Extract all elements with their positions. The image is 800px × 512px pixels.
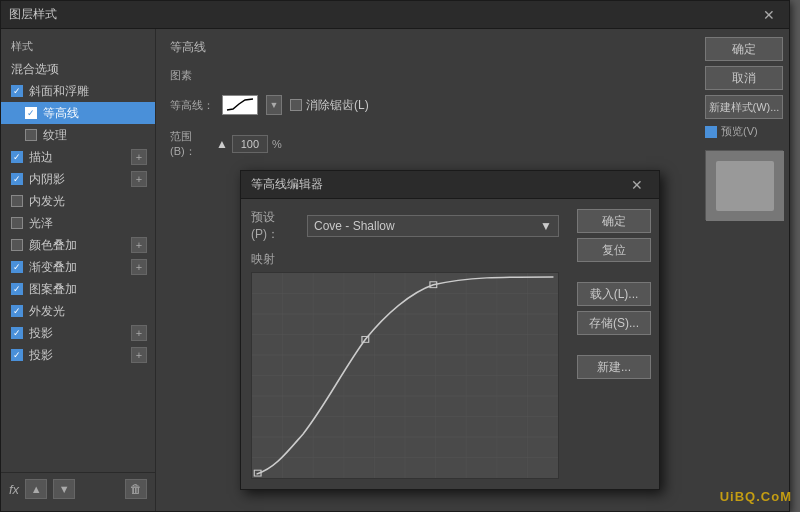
dropshadow1-label: 投影 — [29, 325, 131, 342]
stroke-add-icon[interactable]: + — [131, 149, 147, 165]
contour-dropdown-arrow[interactable]: ▼ — [266, 95, 282, 115]
styles-sidebar: 样式 混合选项 ✓ 斜面和浮雕 ✓ 等高线 纹理 ✓ 描边 — [1, 29, 156, 511]
innershadow-checkbox[interactable]: ✓ — [11, 173, 23, 185]
watermark: UiBQ.CoM — [720, 489, 792, 504]
editor-title: 等高线编辑器 — [251, 176, 323, 193]
editor-body: 预设(P)： Cove - Shallow ▼ 映射 — [241, 199, 659, 489]
sidebar-item-coloroverlay[interactable]: 颜色叠加 + — [1, 234, 155, 256]
antialias-label: 消除锯齿(L) — [306, 97, 369, 114]
preset-label: 预设(P)： — [251, 209, 301, 243]
antialias-checkbox-label[interactable]: 消除锯齿(L) — [290, 97, 369, 114]
sidebar-item-gradientoverlay[interactable]: ✓ 渐变叠加 + — [1, 256, 155, 278]
editor-spacer2 — [577, 340, 651, 350]
fx-label: fx — [9, 482, 19, 497]
contour-subsection: 图素 — [170, 68, 685, 83]
svg-rect-1 — [716, 161, 774, 211]
preview-checkbox[interactable] — [705, 126, 717, 138]
sidebar-item-dropshadow1[interactable]: ✓ 投影 + — [1, 322, 155, 344]
sidebar-item-contour[interactable]: ✓ 等高线 — [1, 102, 155, 124]
texture-label: 纹理 — [43, 127, 147, 144]
contour-checkbox[interactable]: ✓ — [25, 107, 37, 119]
stroke-label: 描边 — [29, 149, 131, 166]
contour-row: 等高线： ▼ 消除锯齿(L) — [170, 95, 685, 115]
editor-new-button[interactable]: 新建... — [577, 355, 651, 379]
innerglow-checkbox[interactable] — [11, 195, 23, 207]
contour-preview-icon — [225, 98, 255, 112]
preset-dropdown[interactable]: Cove - Shallow ▼ — [307, 215, 559, 237]
stroke-checkbox[interactable]: ✓ — [11, 151, 23, 163]
editor-reset-button[interactable]: 复位 — [577, 238, 651, 262]
texture-checkbox[interactable] — [25, 129, 37, 141]
preset-row: 预设(P)： Cove - Shallow ▼ — [251, 209, 559, 243]
editor-right-buttons: 确定 复位 载入(L)... 存储(S)... 新建... — [569, 199, 659, 489]
editor-load-button[interactable]: 载入(L)... — [577, 282, 651, 306]
cancel-button[interactable]: 取消 — [705, 66, 783, 90]
map-label: 映射 — [251, 251, 559, 268]
move-up-button[interactable]: ▲ — [25, 479, 47, 499]
antialias-checkbox[interactable] — [290, 99, 302, 111]
outerglow-checkbox[interactable]: ✓ — [11, 305, 23, 317]
main-close-button[interactable]: ✕ — [757, 5, 781, 25]
dropshadow1-checkbox[interactable]: ✓ — [11, 327, 23, 339]
contour-editor-dialog: 等高线编辑器 ✕ 预设(P)： Cove - Shallow ▼ 映射 — [240, 170, 660, 490]
patternoverlay-label: 图案叠加 — [29, 281, 147, 298]
sidebar-item-stroke[interactable]: ✓ 描边 + — [1, 146, 155, 168]
editor-spacer — [577, 267, 651, 277]
gradientoverlay-checkbox[interactable]: ✓ — [11, 261, 23, 273]
gradientoverlay-add-icon[interactable]: + — [131, 259, 147, 275]
sidebar-item-innerglow[interactable]: 内发光 — [1, 190, 155, 212]
contour-preview-button[interactable] — [222, 95, 258, 115]
innerglow-label: 内发光 — [29, 193, 147, 210]
preview-label: 预览(V) — [721, 124, 758, 139]
ok-button[interactable]: 确定 — [705, 37, 783, 61]
main-dialog-title: 图层样式 — [9, 6, 57, 23]
sidebar-item-blend[interactable]: 混合选项 — [1, 58, 155, 80]
range-row: 范围(B)： ▲ 100 % — [170, 129, 685, 159]
coloroverlay-checkbox[interactable] — [11, 239, 23, 251]
right-buttons-panel: 确定 取消 新建样式(W)... 预览(V) — [699, 29, 789, 511]
outerglow-label: 外发光 — [29, 303, 147, 320]
contour-label: 等高线 — [43, 105, 147, 122]
preset-dropdown-arrow: ▼ — [540, 219, 552, 233]
dropshadow2-label: 投影 — [29, 347, 131, 364]
satin-label: 光泽 — [29, 215, 147, 232]
preset-value: Cove - Shallow — [314, 219, 395, 233]
styles-section-title: 样式 — [1, 35, 155, 58]
delete-button[interactable]: 🗑 — [125, 479, 147, 499]
sidebar-item-dropshadow2[interactable]: ✓ 投影 + — [1, 344, 155, 366]
sidebar-item-outerglow[interactable]: ✓ 外发光 — [1, 300, 155, 322]
preview-thumbnail — [705, 150, 783, 220]
move-down-button[interactable]: ▼ — [53, 479, 75, 499]
sidebar-footer: fx ▲ ▼ 🗑 — [1, 472, 155, 505]
preview-checkbox-row[interactable]: 预览(V) — [705, 124, 783, 139]
coloroverlay-label: 颜色叠加 — [29, 237, 131, 254]
sidebar-item-patternoverlay[interactable]: ✓ 图案叠加 — [1, 278, 155, 300]
range-control: ▲ 100 % — [216, 135, 282, 153]
contour-row-label: 等高线： — [170, 98, 214, 113]
preview-thumb-image — [706, 151, 784, 221]
patternoverlay-checkbox[interactable]: ✓ — [11, 283, 23, 295]
dropshadow2-add-icon[interactable]: + — [131, 347, 147, 363]
editor-close-button[interactable]: ✕ — [625, 175, 649, 195]
main-titlebar: 图层样式 ✕ — [1, 1, 789, 29]
gradientoverlay-label: 渐变叠加 — [29, 259, 131, 276]
new-style-button[interactable]: 新建样式(W)... — [705, 95, 783, 119]
editor-save-button[interactable]: 存储(S)... — [577, 311, 651, 335]
range-value[interactable]: 100 — [232, 135, 268, 153]
dropshadow2-checkbox[interactable]: ✓ — [11, 349, 23, 361]
bevel-checkbox[interactable]: ✓ — [11, 85, 23, 97]
satin-checkbox[interactable] — [11, 217, 23, 229]
innershadow-label: 内阴影 — [29, 171, 131, 188]
curve-canvas[interactable] — [251, 272, 559, 479]
coloroverlay-add-icon[interactable]: + — [131, 237, 147, 253]
editor-ok-button[interactable]: 确定 — [577, 209, 651, 233]
dropshadow1-add-icon[interactable]: + — [131, 325, 147, 341]
innershadow-add-icon[interactable]: + — [131, 171, 147, 187]
editor-titlebar: 等高线编辑器 ✕ — [241, 171, 659, 199]
contour-section-title: 等高线 — [170, 39, 685, 56]
bevel-label: 斜面和浮雕 — [29, 83, 147, 100]
sidebar-item-innershadow[interactable]: ✓ 内阴影 + — [1, 168, 155, 190]
sidebar-item-satin[interactable]: 光泽 — [1, 212, 155, 234]
sidebar-item-bevel[interactable]: ✓ 斜面和浮雕 — [1, 80, 155, 102]
sidebar-item-texture[interactable]: 纹理 — [1, 124, 155, 146]
